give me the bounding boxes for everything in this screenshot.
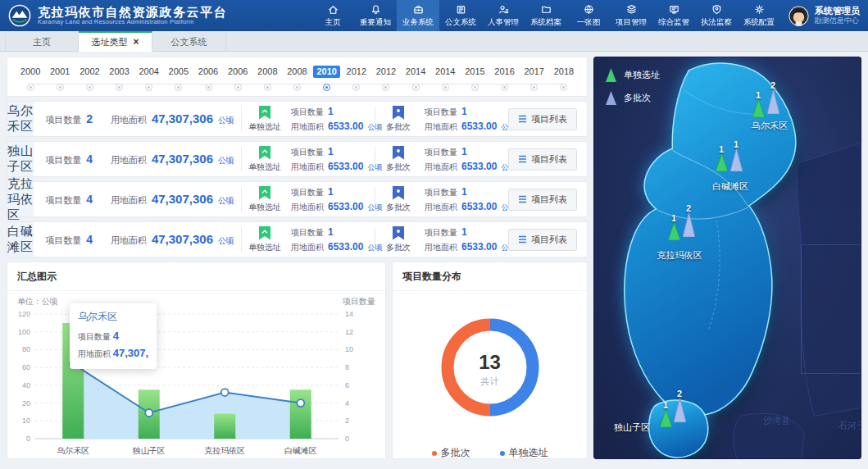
map-legend-single: 单独选址 (606, 68, 660, 82)
timeline-dot-2015[interactable] (460, 80, 489, 94)
project-list-button[interactable]: 项目列表 (508, 148, 577, 171)
mini-count-label: 项目数量 (291, 187, 324, 198)
person-icon (498, 3, 510, 16)
map-marker-single[interactable]: 1 (666, 213, 681, 244)
timeline-year-2008[interactable]: 2008 (252, 63, 282, 78)
svg-text:60: 60 (22, 363, 30, 371)
green-cone-icon (660, 409, 672, 427)
timeline-year-2012[interactable]: 2012 (371, 63, 401, 78)
timeline-year-2014[interactable]: 2014 (401, 63, 430, 78)
project-list-button[interactable]: 项目列表 (508, 229, 577, 251)
nav-item-supervision[interactable]: 综合监管 (652, 0, 695, 31)
single-site-label: 单独选址 (248, 121, 281, 133)
mini-count-label: 项目数量 (425, 107, 457, 118)
nav-item-business[interactable]: 业务系统 (397, 0, 439, 31)
map-marker-single[interactable]: 1 (751, 90, 766, 121)
timeline-year-2003[interactable]: 2003 (104, 63, 134, 78)
timeline-year-2004[interactable]: 2004 (134, 63, 164, 78)
mini-area-label: 用地面积 (291, 121, 324, 133)
list-icon (518, 195, 527, 203)
project-list-label: 项目列表 (531, 153, 567, 166)
timeline-dot-2018[interactable] (549, 80, 579, 94)
project-list-button[interactable]: 项目列表 (508, 108, 577, 130)
svg-text:80: 80 (22, 346, 30, 354)
timeline-year-2012[interactable]: 2012 (342, 63, 371, 78)
nav-item-projects[interactable]: 项目管理 (610, 0, 652, 31)
timeline-dot-2012[interactable] (342, 80, 371, 94)
nav-item-settings[interactable]: 系统配置 (738, 0, 780, 31)
timeline-dot-2012[interactable] (371, 80, 401, 94)
timeline-dot-2006[interactable] (223, 80, 252, 94)
list-icon (518, 115, 527, 123)
timeline-year-2006[interactable]: 2006 (193, 63, 223, 78)
project-count-value: 2 (86, 112, 93, 125)
timeline-year-2017[interactable]: 2017 (520, 63, 549, 78)
timeline-year-2005[interactable]: 2005 (164, 63, 193, 78)
timeline-year-2015[interactable]: 2015 (460, 63, 489, 78)
map-marker-multi[interactable]: 2 (672, 389, 687, 426)
app-subtitle: Karamay Land and Resources Administratio… (38, 19, 227, 25)
map-marker-multi[interactable]: 2 (766, 80, 780, 117)
mini-count-label: 项目数量 (291, 147, 324, 158)
timeline-year-2002[interactable]: 2002 (75, 63, 104, 78)
timeline-year-2016[interactable]: 2016 (490, 63, 520, 78)
map-marker-multi[interactable]: 1 (729, 139, 743, 175)
nav-label: 执法监察 (701, 16, 732, 27)
timeline-dot-2003[interactable] (104, 80, 134, 94)
tab-home[interactable]: 主页 (5, 31, 79, 51)
mini-area-value: 6533.00 (461, 241, 497, 253)
list-icon (518, 235, 527, 244)
timeline-dot-2008[interactable] (282, 80, 311, 94)
chart-tooltip: 乌尔禾区 项目数量 4 用地面积 47,307,30 (70, 303, 157, 369)
nav-item-onemap[interactable]: 一张图 (567, 0, 610, 31)
single-site-label: 单独选址 (248, 242, 281, 253)
nav-item-hr[interactable]: 人事管理 (482, 0, 525, 31)
nav-label: 人事管理 (488, 16, 519, 27)
map-marker-single[interactable]: 1 (714, 144, 729, 175)
timeline-dot-2001[interactable] (45, 80, 75, 94)
nav-item-enforcement[interactable]: 执法监察 (695, 0, 738, 31)
timeline-year-2000[interactable]: 2000 (16, 63, 45, 78)
timeline-dot-2010[interactable] (312, 80, 342, 94)
timeline-year-2018[interactable]: 2018 (549, 63, 579, 78)
timeline-dot-2006[interactable] (193, 80, 223, 94)
neighbor-rect (801, 244, 861, 374)
nav-item-archives[interactable]: 系统档案 (525, 0, 567, 31)
donut-legend: 多批次 3 单独选址 10 (393, 445, 587, 459)
tab-site-selection-type[interactable]: 选址类型 × (79, 31, 152, 52)
timeline-dot-2002[interactable] (75, 80, 104, 94)
mini-area-value: 6533.00 (461, 121, 497, 132)
tooltip-value: 4 (113, 330, 119, 342)
timeline-year-2008[interactable]: 2008 (282, 63, 311, 78)
tab-official-documents[interactable]: 公文系统 (152, 31, 226, 51)
map-marker-single[interactable]: 1 (658, 400, 673, 430)
timeline-dot-2008[interactable] (252, 80, 282, 94)
project-list-button[interactable]: 项目列表 (508, 189, 577, 211)
timeline-year-2014[interactable]: 2014 (430, 63, 460, 78)
timeline-dot-2014[interactable] (401, 80, 430, 94)
timeline-year-2006[interactable]: 2006 (223, 63, 252, 78)
land-area-stat: 用地面积 47,307,306 公顷 (99, 112, 241, 126)
nav-item-notices[interactable]: 重要通知 (354, 0, 397, 31)
timeline-dot-2016[interactable] (490, 80, 520, 94)
nav-label: 重要通知 (360, 16, 391, 27)
timeline-dot-2000[interactable] (16, 80, 45, 94)
timeline-dot-2005[interactable] (164, 80, 193, 94)
nav-item-home[interactable]: 主页 (311, 0, 354, 31)
timeline-dot-2014[interactable] (430, 80, 460, 94)
mini-area-value: 6533.00 (328, 121, 363, 132)
mini-count-value: 1 (461, 146, 467, 157)
district-row: 乌尔禾区 项目数量 2 用地面积 47,307,306 公顷 单独选址 (7, 101, 588, 137)
map-district-label: 克拉玛依区 (653, 249, 706, 262)
timeline-dot-2004[interactable] (134, 80, 164, 94)
project-count-label: 项目数量 (45, 114, 81, 126)
timeline-dot-2017[interactable] (520, 80, 549, 94)
user-menu[interactable]: 系统管理员 勘测信息中心 (788, 6, 860, 26)
close-icon[interactable]: × (133, 37, 139, 47)
timeline-year-2001[interactable]: 2001 (45, 63, 75, 78)
timeline-year-2010[interactable]: 2010 (312, 63, 342, 78)
map-marker-multi[interactable]: 2 (681, 203, 696, 240)
user-department: 勘测信息中心 (815, 16, 860, 25)
tooltip-title: 乌尔禾区 (78, 310, 148, 324)
nav-item-documents[interactable]: 公文系统 (439, 0, 482, 31)
